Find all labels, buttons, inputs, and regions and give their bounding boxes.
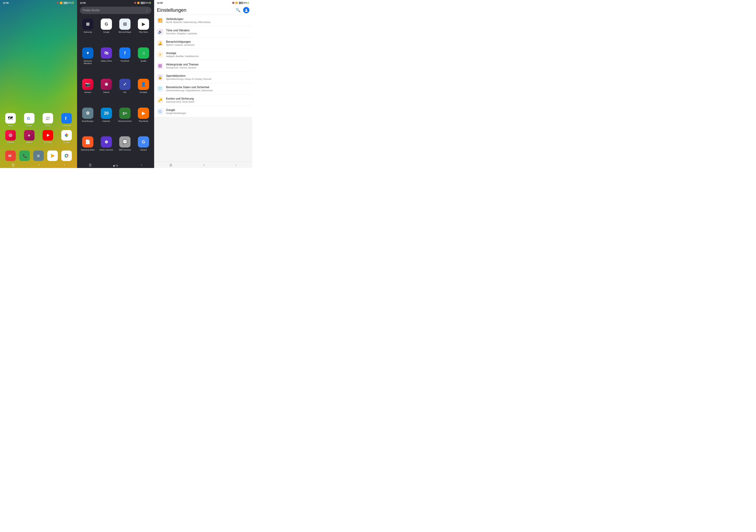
svg-text:G: G <box>27 116 30 120</box>
settings-text-4: Hintergründe und Themes Hintergründe, Th… <box>166 63 250 69</box>
facebook-label: Facebook <box>62 124 71 127</box>
drawer-label: Galerie <box>103 91 109 93</box>
home-row-2: Kamera ❀ Galerie YouTube <box>4 130 73 143</box>
youtube-label: YouTube <box>44 141 52 143</box>
app-drawer-grid: ⊞ Samsung G Google ⊟ Microsoft Apps ▶ Pl… <box>77 16 154 164</box>
drawer-app-galerie[interactable]: ❀ Galerie <box>98 77 115 105</box>
drawer-app-play-store[interactable]: ▶ Play Store <box>135 17 152 45</box>
drawer-app-kontakte[interactable]: 👤 Kontakte <box>135 77 152 105</box>
battery-home: 51%🔋 <box>68 2 74 4</box>
drawer-app-uhr[interactable]: ✓ Uhr <box>116 77 133 105</box>
settings-item-3[interactable]: ☀ Anzeige Helligkeit, Blaufilter, Startb… <box>154 49 252 61</box>
home-app-google[interactable]: G Google <box>22 113 36 127</box>
recent-btn-d[interactable]: ||| <box>89 163 92 167</box>
drawer-app-samsung-members[interactable]: ♥ Samsung Members <box>79 46 96 76</box>
settings-text-3: Anzeige Helligkeit, Blaufilter, Startbil… <box>166 52 250 58</box>
settings-item-2[interactable]: 🔔 Benachrichtigungen Sperren, zulassen, … <box>154 38 252 49</box>
drawer-label: Kalender <box>102 120 110 122</box>
settings-title-5: Sperrbildschirm <box>166 74 250 78</box>
home-btn[interactable]: ○ <box>39 163 40 167</box>
user-avatar[interactable] <box>243 7 250 13</box>
settings-item-8[interactable]: G Google Google-Einstellungen <box>154 106 252 117</box>
dock-phone[interactable]: 📞 <box>19 150 30 161</box>
search-settings-btn[interactable]: 🔍 <box>236 8 240 13</box>
home-btn-d[interactable]: ○ <box>116 163 117 167</box>
drawer-app-google[interactable]: G Google <box>98 17 115 45</box>
drawer-app-einstellungen[interactable]: ⚙ Einstellungen <box>79 106 96 134</box>
drawer-icon-gboard: G <box>138 136 149 147</box>
settings-subtitle-1: Tonmodus, Klingelton, Lautstärke <box>166 32 250 35</box>
home-app-news[interactable]: 📰 News <box>41 113 55 127</box>
drawer-icon-taschenrechner: ±÷ <box>119 108 130 119</box>
drawer-app-microsoft-apps[interactable]: ⊟ Microsoft Apps <box>116 17 133 45</box>
drawer-label: Kontakte <box>140 91 147 93</box>
svg-text:📰: 📰 <box>45 116 50 121</box>
dock-playstore[interactable] <box>47 150 58 161</box>
svg-point-30 <box>66 155 68 157</box>
settings-title-6: Biometrische Daten und Sicherheit <box>166 86 250 89</box>
settings-item-4[interactable]: 🖼 Hintergründe und Themes Hintergründe, … <box>154 61 252 72</box>
drawer-icon-google: G <box>101 18 112 30</box>
drawer-app-samsung[interactable]: ⊞ Samsung <box>79 17 96 45</box>
recent-apps-btn[interactable]: ||| <box>12 163 14 167</box>
settings-subtitle-4: Hintergründe, Themes, Symbole <box>166 66 250 69</box>
panel-drawer: 12:50 🔇 📶 ▐▐▐ 51%🔋 ⋮ ⊞ Samsung G Google … <box>77 0 154 168</box>
drawer-icon-samsung-notes: 📄 <box>82 136 94 147</box>
drawer-label: Play Store <box>139 31 148 33</box>
back-btn[interactable]: ‹ <box>64 163 65 167</box>
home-app-galerie[interactable]: ❀ Galerie <box>22 130 36 143</box>
home-app-facebook[interactable]: f Facebook <box>60 113 73 127</box>
svg-text:📞: 📞 <box>23 154 27 158</box>
home-app-google-photos[interactable]: Google <box>60 130 73 143</box>
status-bar-drawer: 12:50 🔇 📶 ▐▐▐ 51%🔋 <box>77 0 154 5</box>
settings-item-5[interactable]: 🔒 Sperrbildschirm Sperrbildschirmtyp, Al… <box>154 72 252 83</box>
drawer-app-samsung-notes[interactable]: 📄 Samsung Notes <box>79 135 96 163</box>
drawer-label: Uhr <box>123 91 126 93</box>
drawer-label: Microsoft Apps <box>119 31 131 33</box>
settings-icon-4: 🖼 <box>157 63 163 69</box>
drawer-app-sms-services[interactable]: 💬 SMS Services <box>116 135 133 163</box>
home-app-youtube[interactable]: YouTube <box>41 130 55 143</box>
drawer-app-play-musik[interactable]: ▶ Play Musik <box>135 106 152 134</box>
galerie-label: Galerie <box>26 141 32 143</box>
dock-chrome[interactable] <box>61 150 72 161</box>
drawer-app-game-launcher[interactable]: ⊛ Game Launcher <box>98 135 115 163</box>
nav-bar-drawer: ||| ○ ‹ <box>77 162 154 168</box>
dock-mail[interactable]: M <box>5 150 16 161</box>
nav-bar-settings: ||| ○ ‹ <box>154 162 252 168</box>
drawer-label: Kamera <box>84 91 91 93</box>
drawer-app-facebook[interactable]: f Facebook <box>116 46 133 76</box>
settings-subtitle-6: Gesichtserkennung, Fingerabdrücke, Daten… <box>166 89 250 92</box>
home-btn-s[interactable]: ○ <box>203 164 205 166</box>
svg-rect-6 <box>64 115 70 121</box>
home-app-camera[interactable]: Kamera <box>4 130 17 143</box>
mute-icon-d: 🔇 <box>134 2 136 4</box>
drawer-app-gboard[interactable]: G Gboard <box>135 135 152 163</box>
settings-list: 📶 Verbindungen WLAN, Bluetooth, Datennut… <box>154 15 252 162</box>
drawer-label: Play Musik <box>139 120 148 122</box>
recent-btn-s[interactable]: ||| <box>170 164 172 166</box>
drawer-app-kamera[interactable]: 📷 Kamera <box>79 77 96 105</box>
svg-text:f: f <box>65 116 67 121</box>
settings-item-0[interactable]: 📶 Verbindungen WLAN, Bluetooth, Datennut… <box>154 15 252 26</box>
search-input[interactable] <box>83 9 144 12</box>
settings-item-1[interactable]: 🔊 Töne und Vibration Tonmodus, Klingelto… <box>154 26 252 38</box>
settings-item-6[interactable]: 🛡 Biometrische Daten und Sicherheit Gesi… <box>154 83 252 94</box>
back-btn-s[interactable]: ‹ <box>236 164 237 166</box>
drawer-icon-microsoft-apps: ⊟ <box>119 18 130 30</box>
drawer-app-kalender[interactable]: 20 Kalender <box>98 106 115 134</box>
search-menu-icon[interactable]: ⋮ <box>146 9 148 12</box>
signal-icon-s: ▐▐▐ <box>238 2 242 4</box>
svg-text:⚙: ⚙ <box>37 154 40 158</box>
home-app-maps[interactable]: 🗺 Maps <box>4 113 17 127</box>
drawer-icon-spotify: ♫ <box>138 47 149 59</box>
search-bar[interactable]: ⋮ <box>80 7 151 14</box>
drawer-app-galaxy-store[interactable]: 🛍 Galaxy Store <box>98 46 115 76</box>
settings-item-7[interactable]: 🔑 Konten und Sicherung Samsung Cloud, Sm… <box>154 94 252 106</box>
dock-settings[interactable]: ⚙ <box>33 150 44 161</box>
drawer-app-taschenrechner[interactable]: ±÷ Taschenrechner <box>116 106 133 134</box>
drawer-icon-play-musik: ▶ <box>138 108 149 119</box>
drawer-app-spotify[interactable]: ♫ Spotify <box>135 46 152 76</box>
drawer-label: Taschenrechner <box>118 120 132 122</box>
back-btn-d[interactable]: ‹ <box>141 163 142 167</box>
